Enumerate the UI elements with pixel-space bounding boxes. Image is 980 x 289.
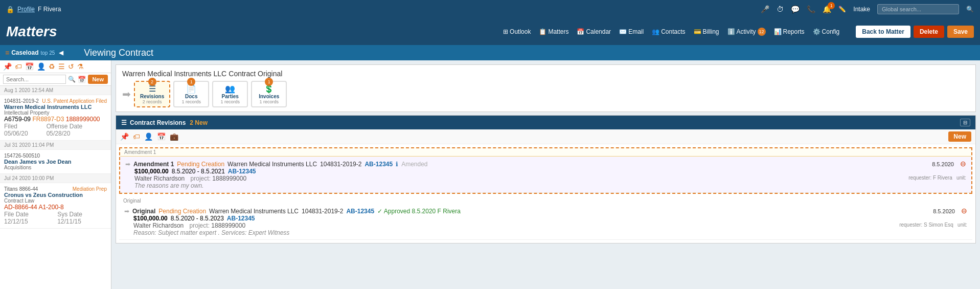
nav-calendar[interactable]: 📅 Calendar [577,28,611,35]
tab-invoices[interactable]: 1 💲 Invoices 1 records [251,81,287,107]
case-meta-1: Filed 05/06/20Offense Date 05/28/20 [4,123,107,137]
content-area: Warren Medical Instruments LLC Contract … [111,60,980,289]
collapse-icon[interactable]: ◀ [59,49,63,56]
rev-company-2: Warren Medical Instruments LLC [209,208,299,215]
sidebar-group-date-1: Aug 1 2020 12:54 AM [0,86,111,95]
rev-date-2: 8.5.2020 [933,208,955,214]
rev-pin-icon[interactable]: 📌 [120,132,129,141]
rev-link-2[interactable]: AB-12345 [346,208,374,215]
tab-docs[interactable]: 1 📄 Docs 1 records [173,81,209,107]
search-icon[interactable]: 🔍 [966,6,974,13]
phone-icon[interactable]: 📞 [807,5,815,13]
rev-amended-1: Amended [401,161,427,168]
sidebar-search-bar: 🔍 📅 New [0,73,111,86]
nav-activity[interactable]: ℹ️ Activity 12 [727,28,766,36]
calendar-tool-icon[interactable]: 📅 [25,62,34,71]
invoices-sub: 1 records [259,99,279,104]
delete-button[interactable]: Delete [914,26,944,38]
sync-icon[interactable]: ↺ [68,62,74,71]
revision-row-top-original: ➡ Original Pending Creation Warren Medic… [124,207,967,215]
rev-case-1: 104831-2019-2 [320,161,361,168]
rev-link-range-1[interactable]: AB-12345 [228,168,256,175]
rev-case-2: 104831-2019-2 [302,208,343,215]
case-id-3: AD-8866-44 A1-200-8 [4,204,107,211]
save-button[interactable]: Save [947,26,974,38]
notification-bell[interactable]: 🔔 1 [823,5,831,13]
contract-company: Warren Medical Instruments LLC [122,70,226,78]
nav-config[interactable]: ⚙️ Config [813,28,840,35]
rev-name-1: Walter Richardson [134,175,185,182]
sidebar-group-date-2: Jul 31 2020 11:04 PM [0,141,111,150]
nav-outlook[interactable]: ⊞ Outlook [503,28,531,35]
rev-remove-2[interactable]: ⊖ [961,207,967,215]
sidebar-item-3[interactable]: Titans 8866-44 Mediation Prep Cronus vs … [0,183,111,229]
app-title: Matters [6,24,57,40]
sidebar-group-date-3: Jul 24 2020 10:00 PM [0,174,111,183]
billing-icon: 💳 [694,28,701,35]
list-icon[interactable]: ☰ [58,62,65,71]
rev-type-2: Original [132,208,155,215]
revision-row-original[interactable]: ➡ Original Pending Creation Warren Medic… [119,204,972,240]
rev-reason-2: Reason: Subject matter expert . Services… [124,229,967,236]
docs-badge: 1 [187,78,195,86]
rev-info-icon-1[interactable]: ℹ [396,161,398,168]
invoices-label: Invoices [259,94,279,99]
mic-icon[interactable]: 🎤 [761,5,769,13]
tag-icon[interactable]: 🏷 [15,62,22,71]
search-submit-icon[interactable]: 🔍 [68,76,76,83]
rev-briefcase-icon[interactable]: 💼 [170,132,178,141]
pin-icon[interactable]: 📌 [3,62,12,71]
nav-billing[interactable]: 💳 Billing [694,28,719,35]
revisions-label: Revisions [140,94,164,99]
global-search-input[interactable] [877,4,959,14]
sidebar-search-input[interactable] [3,75,66,84]
tab-arrow: ➡ [122,88,131,100]
sidebar-item-1[interactable]: 104831-2019-2 U.S. Patent Application Fi… [0,95,111,141]
notification-badge: 1 [828,2,835,9]
chat-icon[interactable]: 💬 [791,5,800,13]
filter-icon[interactable]: ⚗ [77,62,84,71]
original-group-label: Original [119,197,972,204]
sidebar-item-2[interactable]: 154726-500510 Dean James vs Joe Dean Acq… [0,150,111,174]
clock-icon[interactable]: ⏱ [777,5,784,13]
recycle-icon[interactable]: ♻ [49,62,55,71]
viewing-contract-title: Viewing Contract [84,48,153,58]
person-icon[interactable]: 👤 [37,62,45,71]
rev-requester-2: requester: S Simon Esq unit: [899,222,967,228]
revisions-header-icon: ☰ [121,119,127,126]
revision-row-amendment[interactable]: ➡ Amendment 1 Pending Creation Warren Me… [120,157,971,193]
rev-person-icon[interactable]: 👤 [144,132,153,141]
contract-tabs: ➡ 2 ☰ Revisions 2 records 1 📄 Docs 1 rec… [122,81,969,107]
revision-row-bottom-1: Walter Richardson project: 1888999000 re… [125,175,966,182]
nav-matters[interactable]: 📋 Matters [539,28,568,35]
revisions-header-right: ⊟ [960,119,970,126]
rev-company-1: Warren Medical Instruments LLC [227,161,317,168]
activity-icon: ℹ️ [727,28,735,35]
user-name: F Rivera [38,6,61,13]
sidebar-new-button[interactable]: New [88,75,108,84]
nav-email[interactable]: ✉️ Email [619,28,644,35]
rev-link-range-2[interactable]: AB-12345 [227,215,255,222]
edit-icon: ✏️ [838,6,846,13]
rev-remove-1[interactable]: ⊖ [960,160,966,168]
rev-tag-icon[interactable]: 🏷 [133,132,140,141]
back-to-matter-button[interactable]: Back to Matter [856,26,910,38]
minimize-button[interactable]: ⊟ [960,119,970,126]
case-name-2: Dean James vs Joe Dean [4,159,107,165]
rev-approved-2: ✓ Approved 8.5.2020 F Rivera [377,208,461,215]
lock-icon: 🔒 [6,6,14,13]
parties-icon: 👥 [225,84,235,94]
header-nav: ⊞ Outlook 📋 Matters 📅 Calendar ✉️ Email … [503,26,974,38]
nav-contacts[interactable]: 👥 Contacts [652,28,685,35]
tab-revisions[interactable]: 2 ☰ Revisions 2 records [134,81,170,107]
tab-parties[interactable]: 👥 Parties 1 records [212,81,248,107]
revision-row-bottom-2: Walter Richardson project: 1888999000 re… [124,222,967,229]
nav-reports[interactable]: 📊 Reports [774,28,805,35]
intake-link[interactable]: Intake [853,6,870,13]
rev-link-1[interactable]: AB-12345 [364,161,393,168]
sidebar-toolbar: 📌 🏷 📅 👤 ♻ ☰ ↺ ⚗ [0,60,111,73]
profile-link[interactable]: Profile [17,6,35,13]
rev-calendar-icon[interactable]: 📅 [157,132,166,141]
sidebar-calendar-icon[interactable]: 📅 [78,76,86,83]
revisions-new-button[interactable]: New [948,131,971,142]
